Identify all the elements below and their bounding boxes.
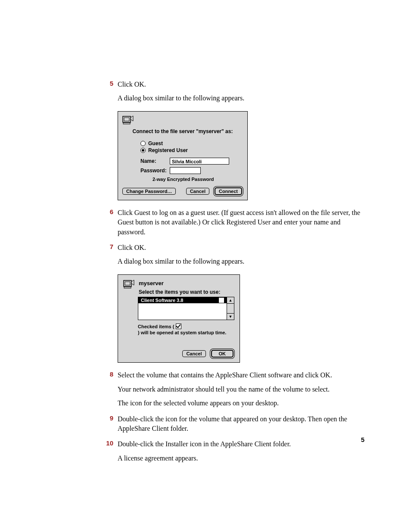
step-body: Click OK. A dialog box similar to the fo… (118, 243, 366, 271)
dialog-connect: Connect to the file server "myserver" as… (118, 111, 248, 200)
step-text: Double-click the icon for the volume tha… (118, 414, 366, 434)
checkbox-icon (176, 324, 181, 329)
registered-label: Registered User (148, 147, 188, 153)
step-number: 7 (101, 243, 118, 271)
step-body: Select the volume that contains the Appl… (118, 370, 366, 412)
checkbox-icon (219, 298, 224, 303)
appleshare-icon (123, 279, 134, 290)
note-text: ) will be opened at system startup time. (138, 330, 226, 336)
step-text: The icon for the selected volume appears… (118, 398, 366, 408)
dialog-connect-wrap: Connect to the file server "myserver" as… (118, 111, 366, 200)
connect-button[interactable]: Connect (215, 188, 242, 195)
step-text: Select the volume that contains the Appl… (118, 370, 366, 380)
step-number: 10 (101, 439, 118, 467)
password-input[interactable] (170, 167, 201, 174)
step-text: Click OK. (118, 243, 366, 252)
step-text: Click Guest to log on as a guest user. (… (118, 208, 366, 237)
step-body: Click Guest to log on as a guest user. (… (118, 208, 366, 241)
step-text: A dialog box similar to the following ap… (118, 93, 366, 103)
scroll-up-icon[interactable]: ▲ (227, 297, 234, 304)
dialog-select: myserver Select the items you want to us… (118, 274, 240, 363)
svg-rect-5 (124, 287, 131, 288)
change-password-button[interactable]: Change Password… (122, 188, 176, 195)
name-field-row: Name: Silvia Miccoli (140, 158, 243, 165)
step-number: 8 (101, 370, 118, 412)
step-7: 7 Click OK. A dialog box similar to the … (101, 243, 366, 271)
cancel-button[interactable]: Cancel (186, 188, 209, 195)
step-text: Double-click the Installer icon in the A… (118, 439, 366, 449)
cancel-button[interactable]: Cancel (182, 350, 206, 357)
svg-rect-4 (125, 282, 130, 285)
appleshare-icon (122, 115, 243, 126)
guest-radio-row[interactable]: Guest (140, 140, 243, 146)
dialog2-button-row: Cancel OK (123, 350, 234, 357)
guest-label: Guest (148, 140, 163, 146)
radio-icon (140, 141, 146, 146)
step-body: Double-click the Installer icon in the A… (118, 439, 366, 467)
server-name: myserver (139, 280, 234, 286)
dialog1-button-row: Change Password… Cancel Connect (122, 188, 243, 195)
registered-radio-row[interactable]: Registered User (140, 147, 243, 153)
step-body: Click OK. A dialog box similar to the fo… (118, 80, 366, 108)
list-item-label: Client Software 3.8 (141, 298, 183, 303)
step-10: 10 Double-click the Installer icon in th… (101, 439, 366, 467)
step-5: 5 Click OK. A dialog box similar to the … (101, 80, 366, 108)
step-number: 5 (101, 80, 118, 108)
name-input[interactable]: Silvia Miccoli (170, 158, 229, 165)
checked-items-note: Checked items ( ) will be opened at syst… (138, 324, 234, 336)
note-text: Checked items ( (138, 324, 174, 330)
password-label: Password: (140, 168, 170, 174)
step-text: Your network administrator should tell y… (118, 385, 366, 394)
dialog-select-wrap: myserver Select the items you want to us… (118, 274, 366, 363)
step-body: Double-click the icon for the volume tha… (118, 414, 366, 438)
step-number: 9 (101, 414, 118, 438)
select-prompt: Select the items you want to use: (139, 289, 234, 295)
step-number: 6 (101, 208, 118, 241)
svg-rect-1 (124, 118, 129, 121)
password-field-row: Password: (140, 167, 243, 174)
step-6: 6 Click Guest to log on as a guest user.… (101, 208, 366, 241)
step-text: A dialog box similar to the following ap… (118, 257, 366, 266)
step-text: Click OK. (118, 80, 366, 89)
connect-prompt: Connect to the file server "myserver" as… (122, 128, 243, 134)
scroll-down-icon[interactable]: ▼ (227, 313, 234, 320)
step-9: 9 Double-click the icon for the volume t… (101, 414, 366, 438)
name-label: Name: (140, 158, 170, 164)
list-item[interactable]: Client Software 3.8 (138, 297, 227, 303)
ok-button[interactable]: OK (212, 350, 234, 357)
encryption-note: 2-way Encrypted Password (153, 177, 243, 182)
scrollbar[interactable]: ▲ ▼ (227, 297, 234, 320)
radio-icon (140, 148, 146, 153)
page-number: 5 (361, 436, 364, 443)
step-text: A license agreement appears. (118, 454, 366, 463)
step-8: 8 Select the volume that contains the Ap… (101, 370, 366, 412)
volume-listbox[interactable]: Client Software 3.8 ▲ ▼ (138, 297, 234, 320)
svg-rect-2 (123, 123, 130, 124)
